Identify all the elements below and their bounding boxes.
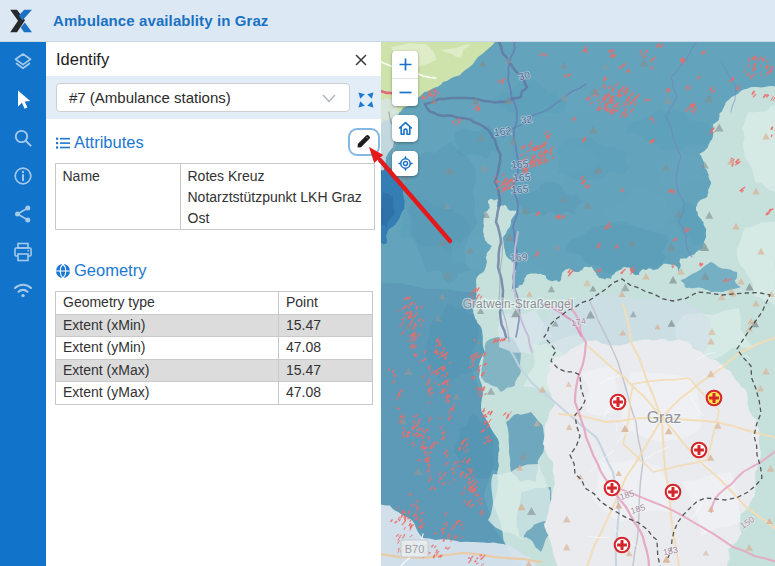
svg-text:169: 169 (510, 250, 528, 263)
svg-text:B70: B70 (405, 543, 425, 555)
svg-text:32: 32 (520, 113, 533, 126)
svg-text:162: 162 (493, 124, 512, 138)
svg-text:Gratwein-Straßengel: Gratwein-Straßengel (463, 297, 574, 311)
svg-text:165: 165 (513, 170, 531, 183)
svg-text:Graz: Graz (647, 409, 682, 426)
svg-text:165: 165 (511, 157, 529, 170)
svg-text:165: 165 (511, 182, 529, 195)
